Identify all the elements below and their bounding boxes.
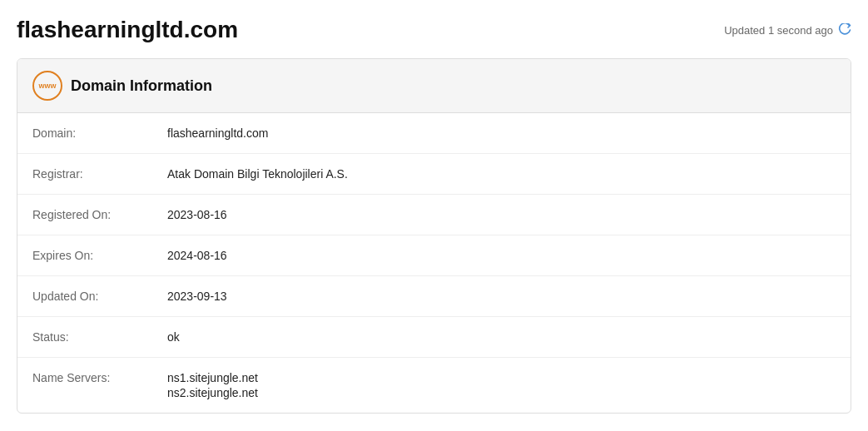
info-value: 2023-09-13 [167, 276, 851, 317]
domain-title: flashearningltd.com [17, 17, 238, 43]
info-table: Domain:flashearningltd.comRegistrar:Atak… [17, 113, 851, 413]
refresh-icon[interactable] [838, 23, 851, 37]
info-value: 2023-08-16 [167, 195, 851, 235]
table-row: Name Servers:ns1.sitejungle.netns2.sitej… [17, 358, 851, 414]
info-label: Domain: [17, 113, 167, 154]
domain-info-card: www Domain Information Domain:flashearni… [17, 58, 851, 414]
info-label: Expires On: [17, 235, 167, 276]
info-value: ok [167, 317, 851, 358]
info-label: Registered On: [17, 195, 167, 235]
page-header: flashearningltd.com Updated 1 second ago [17, 17, 851, 43]
table-row: Updated On:2023-09-13 [17, 276, 851, 317]
table-row: Registered On:2023-08-16 [17, 195, 851, 235]
info-value: ns1.sitejungle.netns2.sitejungle.net [167, 358, 851, 414]
info-value: Atak Domain Bilgi Teknolojileri A.S. [167, 154, 851, 195]
card-title: Domain Information [71, 77, 212, 95]
card-header: www Domain Information [17, 59, 851, 113]
info-value: 2024-08-16 [167, 235, 851, 276]
updated-text: Updated 1 second ago [724, 24, 833, 37]
info-value-multiline: ns1.sitejungle.netns2.sitejungle.net [167, 371, 836, 399]
info-value: flashearningltd.com [167, 113, 851, 154]
table-row: Expires On:2024-08-16 [17, 235, 851, 276]
info-label: Updated On: [17, 276, 167, 317]
table-row: Status:ok [17, 317, 851, 358]
info-label: Registrar: [17, 154, 167, 195]
www-icon: www [32, 71, 62, 101]
info-label: Name Servers: [17, 358, 167, 414]
info-label: Status: [17, 317, 167, 358]
table-row: Domain:flashearningltd.com [17, 113, 851, 154]
updated-info: Updated 1 second ago [724, 23, 851, 37]
table-row: Registrar:Atak Domain Bilgi Teknolojiler… [17, 154, 851, 195]
